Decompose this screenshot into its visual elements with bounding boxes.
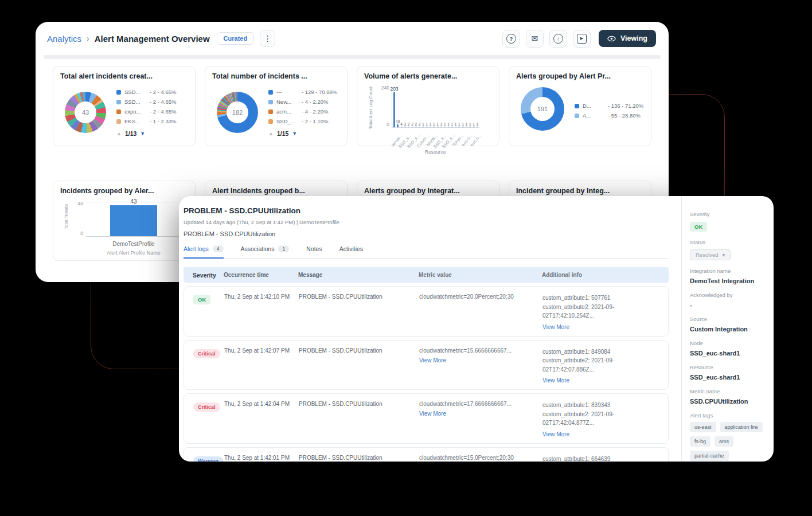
more-options-button[interactable]: ⋮: [260, 30, 275, 47]
message-cell: PROBLEM - SSD.CPUUtilization: [299, 294, 419, 300]
donut-chart: 191: [521, 87, 564, 131]
card-total-alert-incidents: Total alert incidents creat... 43 SSD...…: [53, 66, 196, 146]
donut-center: 191: [530, 97, 555, 121]
col-occurrence-time: Occurrence time: [224, 272, 298, 278]
bar: [466, 127, 467, 127]
status-dropdown[interactable]: Resolved ▾: [690, 249, 731, 260]
bar: [404, 127, 406, 127]
view-more-link[interactable]: View More: [542, 431, 660, 437]
bar-value-label: 2: [408, 122, 410, 126]
tab-alert-logs[interactable]: Alert logs4: [184, 245, 224, 258]
legend-value: - 2 - 4.65%: [150, 89, 176, 95]
legend-swatch: [116, 100, 121, 104]
bar-value-label: 1: [458, 122, 460, 126]
inbox-button[interactable]: ✉: [526, 30, 544, 48]
card-title: Total number of incidents ...: [212, 72, 340, 80]
field-value: SSD_euc-shard1: [690, 350, 774, 357]
bar-value-label: 1: [469, 122, 471, 126]
additional-info-cell: custom_attribute1: 664639custom_attribut…: [542, 455, 668, 462]
col-additional-info: Additional info: [542, 272, 669, 278]
view-more-link[interactable]: View More: [419, 357, 542, 363]
eye-icon: [607, 36, 616, 42]
info-line: custom_attribute2: 2021-09-: [542, 356, 660, 365]
page-down-icon[interactable]: ▼: [292, 131, 297, 136]
page-up-icon[interactable]: ▲: [116, 131, 122, 136]
donut-center: 43: [75, 101, 96, 123]
bar-value-label: 1: [440, 122, 443, 126]
alert-updated-meta: Updated 14 days ago (Thu, 2 Sep at 1:42 …: [184, 219, 669, 225]
metric-value-cell: cloudwatchmetric=17.6666666667...View Mo…: [419, 401, 542, 417]
info-line: custom_attribute1: 849084: [542, 347, 660, 357]
bar: [444, 127, 446, 127]
viewing-label: Viewing: [620, 34, 647, 42]
field-value: -: [690, 302, 774, 308]
play-icon: ▶: [577, 34, 587, 44]
legend-value: - 1 - 2.33%: [150, 118, 176, 124]
info-line: custom_attribute2: 2021-09-: [542, 410, 660, 419]
legend-swatch: [575, 104, 579, 108]
legend-pager: ▲ 1/13 ▼: [116, 130, 176, 137]
page-up-icon[interactable]: ▲: [268, 131, 274, 136]
share-icon: ↑: [553, 34, 563, 44]
play-button[interactable]: ▶: [573, 30, 591, 48]
alert-title: PROBLEM - SSD.CPUUtilization: [184, 206, 669, 215]
tab-count-badge: 1: [278, 245, 289, 252]
tab-activities[interactable]: Activities: [339, 245, 363, 258]
page-indicator: 1/13: [125, 130, 136, 137]
severity-cell: Critical: [184, 347, 224, 358]
bar: [455, 127, 456, 127]
view-more-link[interactable]: View More: [542, 377, 660, 384]
bar-value-label: 1: [473, 122, 475, 126]
message-cell: PROBLEM - SSD.CPUUtilization: [299, 455, 419, 461]
alert-sidebar: Severity OK Status Resolved ▾ Integratio…: [681, 196, 774, 462]
dashboard-header: Analytics › Alert Management Overview Cu…: [36, 22, 669, 55]
bar: [393, 92, 395, 127]
alert-tag: us-east: [690, 422, 716, 432]
bar-value-label: 1: [477, 122, 479, 126]
legend-label: SSD...: [124, 99, 146, 105]
share-button[interactable]: ↑: [549, 30, 567, 48]
additional-info-cell: custom_attribute1: 849084custom_attribut…: [542, 347, 668, 384]
page-down-icon[interactable]: ▼: [140, 131, 145, 136]
bar: [451, 127, 453, 127]
bar-value-label: 2: [419, 122, 421, 126]
legend-item: EKS...- 1 - 2.33%: [116, 116, 176, 126]
y-axis-ticks: 2400: [378, 85, 389, 127]
view-more-link[interactable]: View More: [542, 324, 660, 330]
legend-swatch: [116, 110, 121, 114]
legend-value: - 2 - 4.65%: [150, 99, 176, 105]
bar-value-label: 18: [396, 120, 400, 124]
message-cell: PROBLEM - SSD.CPUUtilization: [299, 401, 419, 407]
legend-value: - 2 - 4.65%: [150, 108, 176, 115]
bar: [440, 127, 442, 127]
y-axis-ticks: 480: [73, 201, 83, 236]
sidebar-field-node: NodeSSD_euc-shard1: [690, 340, 774, 357]
breadcrumb-analytics-link[interactable]: Analytics: [47, 34, 81, 44]
tab-notes[interactable]: Notes: [306, 245, 322, 258]
legend-value: - 136 - 71.20%: [608, 103, 643, 109]
sidebar-field-integration-name: Integration nameDemoTest Integration: [690, 268, 774, 284]
alert-tag: partial-cache: [690, 451, 729, 461]
viewing-button[interactable]: Viewing: [599, 30, 656, 47]
kebab-icon: ⋮: [264, 34, 272, 43]
help-button[interactable]: ?: [502, 30, 520, 48]
severity-badge: Critical: [193, 402, 220, 412]
x-axis-label: Alert Alert Profile Name: [86, 250, 181, 256]
legend-value: - 2 - 1.10%: [302, 118, 328, 124]
legend-swatch: [116, 90, 121, 95]
legend-value: - 55 - 28.80%: [608, 112, 641, 119]
tab-associations[interactable]: Associations1: [241, 245, 290, 258]
alert-log-row: CriticalThu, 2 Sep at 1:42:07 PMPROBLEM …: [184, 340, 669, 390]
bar: [401, 127, 403, 127]
bar: [412, 127, 413, 127]
bar: [433, 127, 435, 127]
legend-swatch: [268, 90, 273, 95]
legend-item: expo...- 2 - 4.65%: [116, 107, 176, 116]
view-more-link[interactable]: View More: [419, 411, 542, 417]
alert-log-row: CriticalThu, 2 Sep at 1:42:04 PMPROBLEM …: [184, 393, 669, 444]
metric-value-cell: cloudwatchmetric=20.0Percent;20;30: [419, 294, 542, 300]
bar: [473, 127, 475, 127]
legend: SSD...- 2 - 4.65%SSD...- 2 - 4.65%expo..…: [116, 87, 176, 137]
legend: ---- 129 - 70.88%New...- 4 - 2.20%acm...…: [268, 87, 337, 137]
bar: [448, 127, 450, 127]
